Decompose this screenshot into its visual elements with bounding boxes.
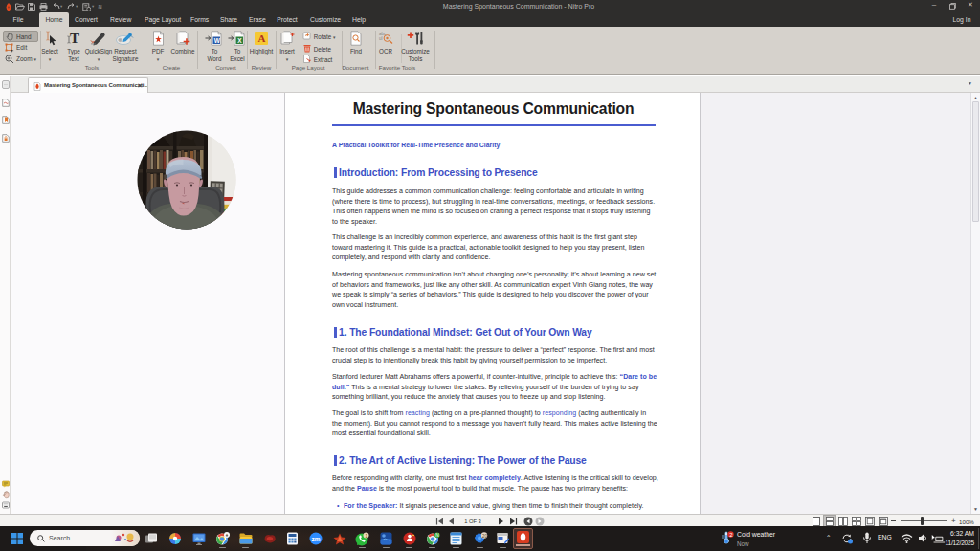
svg-text:ul: ul — [379, 36, 383, 41]
svg-text:N: N — [435, 533, 439, 538]
svg-text:T: T — [70, 31, 79, 46]
svg-text:A: A — [258, 33, 266, 44]
svg-text:1: 1 — [365, 533, 368, 539]
svg-text:W: W — [214, 37, 221, 44]
svg-text:zm: zm — [312, 536, 321, 542]
svg-text:20: 20 — [482, 534, 488, 539]
svg-text:x: x — [119, 38, 121, 42]
svg-text:X: X — [237, 37, 242, 44]
